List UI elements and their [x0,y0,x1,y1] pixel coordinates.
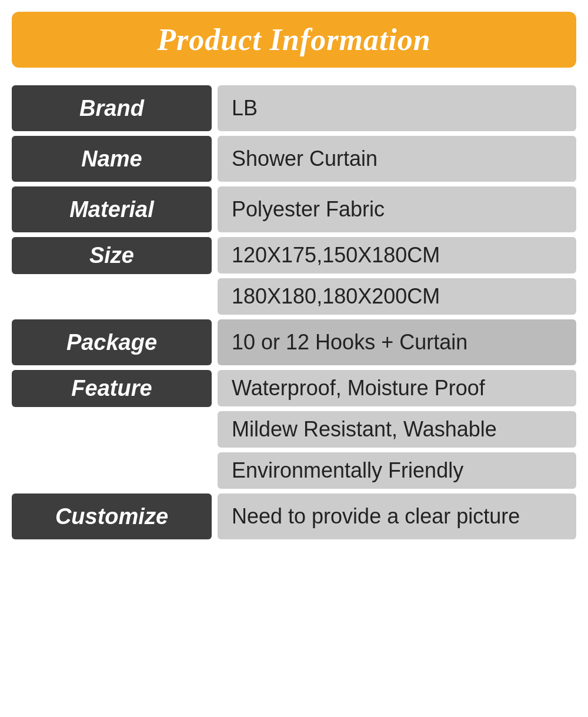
value-customize: Need to provide a clear picture [218,493,576,539]
value-feature-1: Waterproof, Moisture Proof [218,370,576,406]
row-brand: Brand LB [12,85,576,131]
value-feature-2: Mildew Resistant, Washable [218,411,576,448]
value-size-2: 180X180,180X200CM [218,278,576,315]
values-size: 120X175,150X180CM 180X180,180X200CM [218,237,576,315]
value-material: Polyester Fabric [218,186,576,232]
value-name: Shower Curtain [218,136,576,182]
label-feature: Feature [12,370,212,407]
label-material: Material [12,186,212,232]
label-size: Size [12,237,212,274]
row-name: Name Shower Curtain [12,136,576,182]
label-customize: Customize [12,493,212,539]
row-customize: Customize Need to provide a clear pictur… [12,493,576,539]
value-feature-3: Environmentally Friendly [218,452,576,489]
header-banner: Product Information [12,12,576,68]
label-size-wrapper: Size [12,237,212,274]
info-table: Brand LB Name Shower Curtain Material Po… [12,85,576,539]
value-package: 10 or 12 Hooks + Curtain [218,319,576,365]
values-feature: Waterproof, Moisture Proof Mildew Resist… [218,370,576,489]
label-name: Name [12,136,212,182]
row-material: Material Polyester Fabric [12,186,576,232]
row-feature: Feature Waterproof, Moisture Proof Milde… [12,370,576,489]
label-package: Package [12,319,212,365]
page-container: Product Information Brand LB Name Shower… [12,12,576,539]
label-feature-wrapper: Feature [12,370,212,407]
label-brand: Brand [12,85,212,131]
value-size-1: 120X175,150X180CM [218,237,576,274]
row-size: Size 120X175,150X180CM 180X180,180X200CM [12,237,576,315]
page-title: Product Information [29,22,559,57]
value-brand: LB [218,85,576,131]
row-package: Package 10 or 12 Hooks + Curtain [12,319,576,365]
